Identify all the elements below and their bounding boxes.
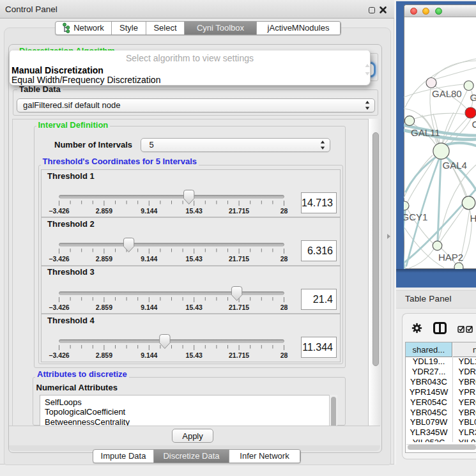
- svg-text:21.715: 21.715: [229, 255, 249, 263]
- svg-text:28: 28: [280, 255, 288, 263]
- svg-text:9.144: 9.144: [141, 255, 157, 263]
- svg-text:9.144: 9.144: [141, 351, 157, 359]
- svg-text:2.859: 2.859: [95, 255, 112, 263]
- svg-text:−3.426: −3.426: [49, 255, 70, 263]
- svg-text:HAP2: HAP2: [438, 252, 463, 263]
- svg-text:GAL11: GAL11: [411, 127, 440, 138]
- svg-text:2.859: 2.859: [95, 303, 112, 311]
- svg-text:28: 28: [280, 207, 288, 215]
- svg-text:−3.426: −3.426: [49, 303, 70, 311]
- svg-text:15.43: 15.43: [185, 351, 202, 359]
- svg-text:−3.426: −3.426: [49, 207, 70, 215]
- svg-text:28: 28: [280, 351, 288, 359]
- svg-text:9.144: 9.144: [141, 303, 157, 311]
- svg-text:15.43: 15.43: [185, 207, 202, 215]
- svg-text:C: C: [472, 119, 476, 130]
- svg-text:GA: GA: [470, 92, 476, 103]
- svg-text:21.715: 21.715: [229, 303, 249, 311]
- svg-text:GAL80: GAL80: [432, 88, 462, 99]
- svg-text:GCY1: GCY1: [404, 211, 427, 222]
- svg-text:21.715: 21.715: [229, 351, 249, 359]
- svg-text:9.144: 9.144: [141, 207, 157, 215]
- svg-text:GAL4: GAL4: [443, 160, 467, 171]
- svg-text:H: H: [470, 213, 476, 224]
- svg-text:2.859: 2.859: [95, 351, 112, 359]
- svg-text:28: 28: [280, 303, 288, 311]
- svg-text:15.43: 15.43: [185, 303, 202, 311]
- svg-text:2.859: 2.859: [95, 207, 112, 215]
- svg-text:21.715: 21.715: [229, 207, 249, 215]
- svg-text:15.43: 15.43: [185, 255, 202, 263]
- svg-text:−3.426: −3.426: [49, 351, 70, 359]
